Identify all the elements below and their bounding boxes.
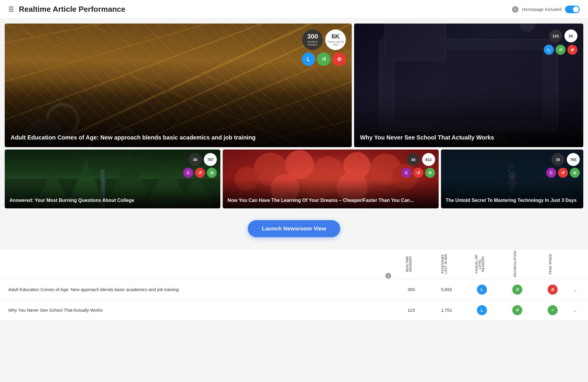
homepage-toggle[interactable] [565, 6, 580, 13]
menu-icon[interactable]: ☰ [8, 6, 14, 13]
table-row[interactable]: Adult Education Comes of Age: New approa… [0, 279, 588, 300]
speed-icon-small2[interactable]: ⊘ [425, 168, 435, 178]
realtime-val-1: 300 [407, 287, 415, 292]
card-title-featured: Adult Education Comes of Age: New approa… [11, 134, 346, 141]
cell-loyal-2: L [464, 305, 500, 315]
cell-recirc-1: ↺ [500, 285, 535, 295]
badge-row-top: 300 Realtime Readers 6K Views Last 30 Mi… [302, 29, 346, 50]
svg-line-5 [5, 24, 198, 43]
speed-badge-1[interactable]: ⊘ [548, 285, 558, 295]
realtime-readers-badge: 300 Realtime Readers [302, 29, 323, 50]
loyal-icon[interactable]: L [302, 52, 315, 66]
row-data-2: 123 1,751 L ↺ ✓ ⌄ [394, 305, 580, 315]
row-title-2: Why You Never See School That Actually W… [8, 308, 394, 313]
badge-row-small2: 38 612 [407, 153, 435, 166]
readers-small2: 38 [407, 153, 420, 166]
cell-speed-1: ⊘ [535, 285, 570, 295]
icon-circles-small1: C ↺ ⊘ [183, 168, 217, 178]
recirc-icon-small2[interactable]: ↺ [413, 168, 423, 178]
page-title: Realtime Article Performance [19, 5, 125, 14]
views-small2: 612 [422, 153, 435, 166]
table-row[interactable]: Why You Never See School That Actually W… [0, 300, 588, 320]
card-featured[interactable]: 300 Realtime Readers 6K Views Last 30 Mi… [5, 24, 352, 147]
card-small-2[interactable]: 38 612 C ↺ ⊘ Now You Can Have The Learni… [223, 150, 438, 208]
realtime-badge-secondary: 123 [549, 29, 562, 42]
launch-section: Launch Newsroom View [0, 208, 588, 249]
svg-point-17 [520, 24, 535, 32]
recirc-badge-1[interactable]: ↺ [512, 285, 522, 295]
loyal-icon-small1[interactable]: C [183, 168, 193, 178]
col-loyal: CASUAL ORLOYAL READERS [462, 249, 497, 279]
speed-icon[interactable]: ⊘ [332, 52, 346, 66]
stats-small1: 38 767 C ↺ ⊘ [183, 153, 217, 178]
card-small-3[interactable]: 35 765 C ↺ ⊘ The Untold Secret To Master… [441, 150, 583, 208]
small-cards-row: 38 767 C ↺ ⊘ Answered: Your Most Burning… [5, 150, 583, 208]
cell-loyal-1: L [464, 285, 500, 295]
expand-row-1[interactable]: ⌄ [570, 285, 580, 294]
views-small1: 767 [204, 153, 217, 166]
stats-area-featured: 300 Realtime Readers 6K Views Last 30 Mi… [302, 29, 346, 66]
expand-row-2[interactable]: ⌄ [570, 305, 580, 315]
cell-realtime-2: 123 [394, 308, 429, 313]
svg-line-4 [5, 24, 275, 82]
svg-point-39 [508, 172, 516, 180]
stats-small3: 35 765 C ↺ ⊘ [546, 153, 580, 178]
card-secondary[interactable]: 123 2K L ↺ ⊘ Why You Never See School Th… [354, 24, 583, 147]
info-icon: i [512, 6, 518, 13]
speed-icon-secondary[interactable]: ⊘ [567, 45, 577, 55]
stats-small2: 38 612 C ↺ ⊘ [402, 153, 435, 178]
card-small-1[interactable]: 38 767 C ↺ ⊘ Answered: Your Most Burning… [5, 150, 220, 208]
header-left: ☰ Realtime Article Performance [8, 5, 125, 14]
views-badge-secondary: 2K [564, 29, 577, 42]
row-title-1: Adult Education Comes of Age: New approa… [8, 287, 394, 292]
speed-badge-2[interactable]: ✓ [548, 305, 558, 315]
icon-circles-small2: C ↺ ⊘ [402, 168, 435, 178]
table-section: i REALTIMEREADERS PAGEVIEWSLAST 30 MIN C… [0, 249, 588, 320]
cell-pageviews-1: 5,692 [429, 287, 464, 292]
cell-speed-2: ✓ [535, 305, 570, 315]
col-headers-inner: i REALTIMEREADERS PAGEVIEWSLAST 30 MIN C… [383, 249, 580, 279]
loyal-icon-secondary[interactable]: L [544, 45, 554, 55]
readers-small3: 35 [551, 153, 564, 166]
speed-icon-small3[interactable]: ⊘ [570, 168, 580, 178]
pageviews-val-1: 5,692 [441, 287, 452, 292]
col-pageviews: PAGEVIEWSLAST 30 MIN [427, 249, 462, 279]
cell-pageviews-2: 1,751 [429, 308, 464, 313]
header-right: i Homepage Included [512, 6, 580, 13]
col-recirc: RECIRCULATION [497, 249, 533, 279]
pageviews-val-2: 1,751 [441, 308, 452, 313]
badge-row-small1: 38 767 [189, 153, 217, 166]
recirc-icon-small3[interactable]: ↺ [558, 168, 568, 178]
homepage-label: Homepage Included [522, 7, 561, 12]
card-title-secondary: Why You Never See School That Actually W… [360, 134, 577, 141]
card-title-small2: Now You Can Have The Learning Of Your Dr… [227, 197, 434, 204]
icon-circles-secondary: L ↺ ⊘ [544, 45, 577, 55]
card-title-small3: The Untold Secret To Mastering Technolog… [446, 197, 579, 204]
speed-icon-small1[interactable]: ⊘ [207, 168, 217, 178]
loyal-icon-small2[interactable]: C [402, 168, 412, 178]
launch-newsroom-button[interactable]: Launch Newsroom View [248, 220, 340, 237]
loyal-icon-small3[interactable]: C [546, 168, 556, 178]
icon-circles-featured: L ↺ ⊘ [302, 52, 346, 66]
loyal-badge-1[interactable]: L [477, 285, 487, 295]
recirc-icon-small1[interactable]: ↺ [195, 168, 205, 178]
views-small3: 765 [567, 153, 580, 166]
row-data-1: 300 5,692 L ↺ ⊘ ⌄ [394, 285, 580, 295]
card-title-small1: Answered: Your Most Burning Questions Ab… [9, 197, 216, 204]
loyal-badge-2[interactable]: L [477, 305, 487, 315]
readers-small1: 38 [189, 153, 201, 166]
stats-area-secondary: 123 2K L ↺ ⊘ [544, 29, 577, 55]
col-speed: PAGE SPEED [533, 249, 568, 279]
svg-point-28 [285, 150, 314, 179]
table-headers: i REALTIMEREADERS PAGEVIEWSLAST 30 MIN C… [0, 249, 588, 279]
header: ☰ Realtime Article Performance i Homepag… [0, 0, 588, 19]
badge-row-small3: 35 765 [551, 153, 580, 166]
recirc-icon-secondary[interactable]: ↺ [556, 45, 566, 55]
svg-rect-16 [385, 24, 446, 60]
recirc-badge-2[interactable]: ↺ [512, 305, 522, 315]
col-realtime-readers: REALTIMEREADERS [391, 249, 427, 279]
recirc-icon[interactable]: ↺ [317, 52, 331, 66]
badge-row-secondary: 123 2K [549, 29, 577, 42]
views-badge: 6K Views Last 30 Mins [325, 29, 346, 50]
cards-grid: 300 Realtime Readers 6K Views Last 30 Mi… [0, 19, 588, 208]
